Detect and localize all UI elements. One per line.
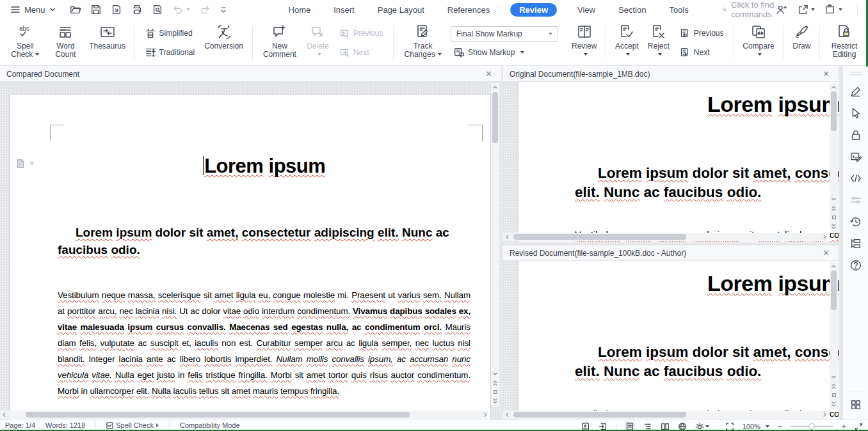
compared-document-viewport[interactable]: Lorem ipsumLorem ipsum dolor sit amet, c… [0,82,501,419]
print-button[interactable] [131,4,143,15]
zoom-out-icon[interactable]: − [778,423,783,430]
spell-check-button[interactable]: abc Spell Check [4,22,47,64]
divider [848,391,864,391]
svg-text:abc: abc [19,25,29,32]
print-preview-button[interactable] [152,4,163,15]
tab-tools[interactable]: Tools [666,3,691,17]
revised-document-pane: Revised Document(file-sample_100kB.doc -… [503,246,839,419]
close-icon[interactable]: ✕ [820,247,832,258]
show-markup-button[interactable]: Show Markup [451,45,565,59]
ribbon-tabs: Home Insert Page Layout References Revie… [286,3,691,17]
margin-corner-mark [469,125,483,141]
lock-icon[interactable] [843,124,868,146]
search-icon [722,5,727,14]
drag-handle-icon[interactable] [843,67,868,81]
draw-button[interactable]: Draw [788,22,815,64]
tab-page-layout[interactable]: Page Layout [375,3,427,17]
vertical-scrollbar[interactable] [830,83,838,231]
tab-home[interactable]: Home [286,3,314,17]
zoom-slider[interactable] [791,426,833,427]
close-icon[interactable]: ✕ [483,68,495,79]
menu-button[interactable]: Menu [6,4,60,15]
expand-icon [156,423,159,427]
new-tab-button[interactable] [824,4,842,15]
open-file-button[interactable] [70,4,81,15]
conversion-button[interactable]: Conversion [200,22,248,64]
revised-document-viewport[interactable]: Lorem ipsumLorem ipsum dolor sit amet, c… [503,261,839,419]
next-comment-button[interactable]: Next [336,45,386,59]
spell-check-status[interactable]: Spell Check [106,421,159,429]
tab-review[interactable]: Review [510,3,557,17]
save-as-button[interactable] [111,4,122,15]
tab-references[interactable]: References [445,3,492,17]
tab-section[interactable]: Section [616,3,648,17]
word-count-indicator[interactable]: Words: 1218 [45,421,85,429]
close-icon[interactable]: ✕ [820,68,832,79]
scrollbar-thumb[interactable] [26,412,410,418]
new-comment-button[interactable]: New Comment [257,22,303,64]
command-search[interactable]: Click to find commands [722,0,776,19]
search-placeholder: Click to find commands [731,0,776,19]
menu-label: Menu [24,5,45,15]
redo-button[interactable] [199,4,211,15]
right-sidebar [842,67,868,419]
scrollbar-thumb[interactable] [492,92,498,143]
save-button[interactable] [90,4,102,15]
edit-pen-icon[interactable] [843,81,868,102]
original-document-pane: Original Document(file-sample_1MB.doc) ✕… [503,67,839,242]
horizontal-scrollbar[interactable] [503,411,828,419]
page-indicator[interactable]: Page: 1/4 [5,421,35,429]
reject-change-button[interactable]: Reject [643,22,674,64]
scrollbar-thumb[interactable] [513,412,686,418]
adjust-sliders-icon[interactable] [843,189,868,211]
delete-comment-button[interactable]: Delete [302,22,334,64]
previous-change-button[interactable]: Previous [677,26,727,40]
compatibility-mode-indicator: Compatibility Mode [180,421,240,429]
fill-sign-icon[interactable] [843,146,868,168]
tab-insert[interactable]: Insert [331,3,357,17]
track-changes-button[interactable]: Track Changes [398,22,448,64]
share-button[interactable] [797,4,815,15]
tab-view[interactable]: View [575,3,598,17]
revised-pane-title: Revised Document(file-sample_100kB.doc -… [510,249,686,258]
help-icon[interactable] [843,255,868,276]
display-for-review-select[interactable]: Final Show Markup [451,26,558,42]
review-panel-button[interactable]: Review [567,22,601,64]
apps-grid-icon[interactable] [843,394,868,416]
traditional-chinese-button[interactable]: Traditional [142,45,198,59]
select-cursor-icon[interactable] [843,102,868,124]
invite-user-button[interactable] [776,4,787,15]
history-icon[interactable] [843,211,868,233]
revised-document-content: Lorem ipsumLorem ipsum dolor sit amet, c… [575,270,839,419]
horizontal-scrollbar[interactable] [0,411,489,419]
scrollbar-thumb[interactable] [831,91,837,131]
zoom-slider-knob[interactable] [808,423,815,430]
thesaurus-button[interactable]: Thesaurus [84,22,130,64]
zoom-in-icon[interactable]: + [841,423,846,430]
hamburger-icon [10,4,20,15]
horizontal-scrollbar[interactable] [503,233,828,241]
compared-document-pane: Compared Document ✕ Lorem ipsumLorem ips… [0,67,501,419]
compare-button[interactable]: Compare [738,22,778,64]
restrict-editing-button[interactable]: Restrict Editing [824,22,864,64]
word-count-button[interactable]: Word Count [47,22,84,64]
page-setup-icon[interactable] [15,159,34,169]
code-icon[interactable] [843,168,868,189]
accept-change-button[interactable]: Accept [611,22,643,64]
checkbox-icon [106,422,113,429]
vertical-scrollbar[interactable] [491,83,499,407]
more-quick-actions-button[interactable] [220,6,227,13]
original-document-viewport[interactable]: Lorem ipsumLorem ipsum dolor sit amet, c… [503,82,839,242]
scrollbar-thumb[interactable] [513,234,686,240]
simplified-chinese-button[interactable]: Simplified [142,26,198,40]
next-change-button[interactable]: Next [677,45,727,59]
workspace: Compared Document ✕ Lorem ipsumLorem ips… [0,67,868,419]
scrollbar-thumb[interactable] [831,270,837,310]
vertical-scrollbar[interactable] [830,262,838,409]
outline-panes-icon[interactable] [843,233,868,255]
original-pane-title: Original Document(file-sample_1MB.doc) [510,70,650,79]
text-cursor [203,156,204,175]
original-document-content: Lorem ipsumLorem ipsum dolor sit amet, c… [575,91,839,242]
undo-button[interactable] [172,4,190,15]
previous-comment-button[interactable]: Previous [336,26,386,40]
